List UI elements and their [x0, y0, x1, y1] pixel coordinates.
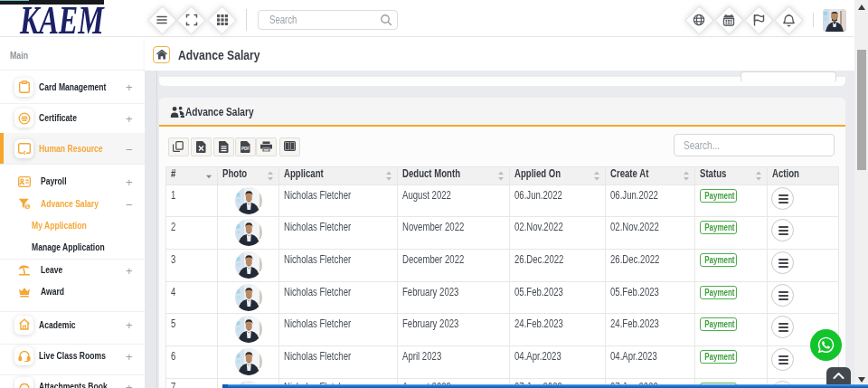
svg-text:PDF: PDF	[241, 147, 250, 151]
svg-text:$: $	[26, 203, 29, 209]
